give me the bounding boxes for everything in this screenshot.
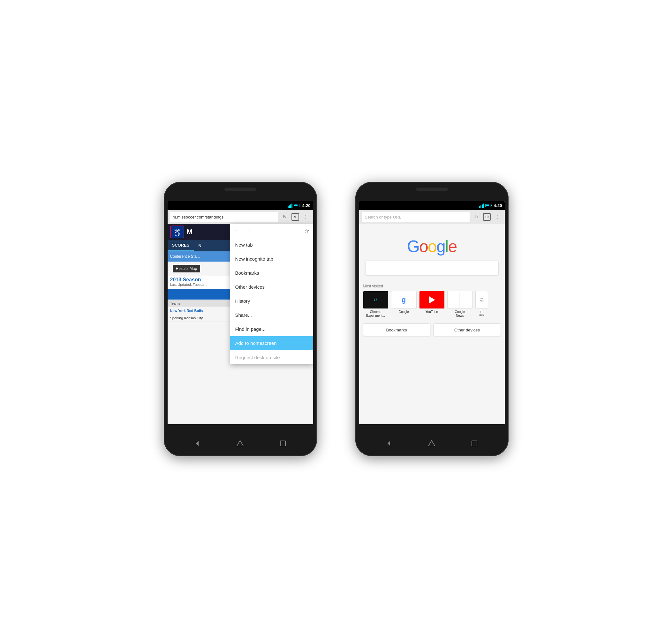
right-phone-screen: 4:20 Search or type URL ↻ 10 ⋮ Google <box>359 201 505 424</box>
context-menu-overlay: ← → ☆ New tab New incognito tab Bookmark… <box>168 224 313 424</box>
svg-marker-4 <box>196 441 199 446</box>
menu-button-left[interactable]: ⋮ <box>301 212 311 222</box>
status-icons-right: 4:20 <box>479 203 502 208</box>
signal-icon <box>288 203 292 208</box>
tab-count-left[interactable]: 9 <box>292 213 299 221</box>
menu-button-right[interactable]: ⋮ <box>493 212 502 222</box>
menu-item-find-in-page[interactable]: Find in page... <box>230 322 313 336</box>
menu-item-new-tab[interactable]: New tab <box>230 238 313 252</box>
menu-item-request-desktop[interactable]: Request desktop site <box>230 350 313 364</box>
thumbnail-img-ce: CE <box>363 291 389 309</box>
bottom-buttons-row: Bookmarks Other devices <box>359 320 505 339</box>
url-field-left[interactable]: m.mlssoccer.com/standings <box>170 212 278 222</box>
menu-item-new-incognito[interactable]: New incognito tab <box>230 252 313 266</box>
thumbnail-google[interactable]: g Google <box>391 291 416 318</box>
url-field-right[interactable]: Search or type URL <box>362 212 470 222</box>
other-devices-button[interactable]: Other devices <box>433 323 501 336</box>
thumbnail-img-gnews <box>447 291 473 309</box>
bookmarks-button[interactable]: Bookmarks <box>363 323 430 336</box>
bookmark-star-button[interactable]: ☆ <box>304 228 309 234</box>
home-button-left[interactable] <box>234 437 246 450</box>
left-phone-screen: 4:20 m.mlssoccer.com/standings ↻ 9 ⋮ MLS <box>168 201 313 424</box>
menu-item-other-devices[interactable]: Other devices <box>230 280 313 294</box>
battery-icon <box>294 204 299 207</box>
reload-button-left[interactable]: ↻ <box>280 212 290 222</box>
thumbnail-label-gnews: GoogleNews <box>455 310 465 318</box>
thumbnail-google-news[interactable]: GoogleNews <box>447 291 473 318</box>
thumbnail-label-york: ThYork <box>479 310 485 317</box>
home-button-right[interactable] <box>425 437 438 450</box>
thumbnail-label-youtube: YouTube <box>426 310 438 314</box>
google-search-bar[interactable] <box>365 261 498 275</box>
menu-item-add-to-homescreen[interactable]: Add to homescreen <box>230 336 313 350</box>
status-icons-left: 4:20 <box>288 203 310 208</box>
back-button-right[interactable] <box>383 437 395 450</box>
address-bar-right: Search or type URL ↻ 10 ⋮ <box>359 210 505 224</box>
google-search-area: Google <box>359 224 505 281</box>
thumbnail-img-york: TheYork <box>475 291 488 309</box>
left-phone: 4:20 m.mlssoccer.com/standings ↻ 9 ⋮ MLS <box>164 182 317 456</box>
svg-marker-7 <box>388 441 390 446</box>
google-logo: Google <box>407 237 457 256</box>
bottom-nav-left <box>164 437 317 450</box>
context-menu: ← → ☆ New tab New incognito tab Bookmark… <box>230 224 313 364</box>
menu-nav-row: ← → ☆ <box>230 224 313 238</box>
reload-button-right[interactable]: ↻ <box>472 212 481 222</box>
menu-item-bookmarks[interactable]: Bookmarks <box>230 266 313 280</box>
thumbnail-youtube[interactable]: YouTube <box>419 291 445 318</box>
thumbnail-label-google: Google <box>398 310 409 314</box>
thumbnail-img-google: g <box>391 291 416 309</box>
most-visited-section: Most visited CE ChromeExperiment... g <box>359 281 505 320</box>
svg-rect-6 <box>280 441 285 446</box>
thumbnail-york[interactable]: TheYork ThYork <box>475 291 488 318</box>
google-logo-e: e <box>448 237 457 255</box>
google-logo-o1: o <box>419 237 428 255</box>
youtube-play-icon <box>429 296 435 304</box>
status-time-right: 4:20 <box>494 203 502 208</box>
google-logo-l: l <box>445 237 448 255</box>
bottom-nav-right <box>355 437 509 450</box>
battery-icon-right <box>485 204 491 207</box>
status-bar-left: 4:20 <box>168 201 313 210</box>
recents-button-left[interactable] <box>277 437 289 450</box>
svg-rect-9 <box>472 441 477 446</box>
status-time-left: 4:20 <box>302 203 310 208</box>
forward-nav-button[interactable]: → <box>246 228 252 234</box>
signal-icon-right <box>479 203 484 208</box>
google-logo-g: G <box>407 237 419 255</box>
new-tab-page: Google Most visited CE ChromeExperiment.… <box>359 224 505 424</box>
most-visited-label: Most visited <box>363 284 501 288</box>
right-phone: 4:20 Search or type URL ↻ 10 ⋮ Google <box>355 182 509 456</box>
svg-marker-8 <box>428 440 435 446</box>
google-logo-g2: g <box>437 237 445 255</box>
thumbnails-row: CE ChromeExperiment... g Google <box>363 291 501 318</box>
back-nav-button[interactable]: ← <box>234 228 240 234</box>
recents-button-right[interactable] <box>468 437 481 450</box>
menu-item-share[interactable]: Share... <box>230 308 313 322</box>
google-logo-o2: o <box>428 237 437 255</box>
status-bar-right: 4:20 <box>359 201 505 210</box>
tab-count-right[interactable]: 10 <box>483 213 491 221</box>
menu-item-history[interactable]: History <box>230 294 313 308</box>
svg-marker-5 <box>237 440 243 446</box>
thumbnail-img-youtube <box>419 291 445 309</box>
address-bar-left: m.mlssoccer.com/standings ↻ 9 ⋮ <box>168 210 313 224</box>
back-button-left[interactable] <box>191 437 204 450</box>
thumbnail-label-ce: ChromeExperiment... <box>366 310 385 318</box>
thumbnail-chrome-experiments[interactable]: CE ChromeExperiment... <box>363 291 389 318</box>
